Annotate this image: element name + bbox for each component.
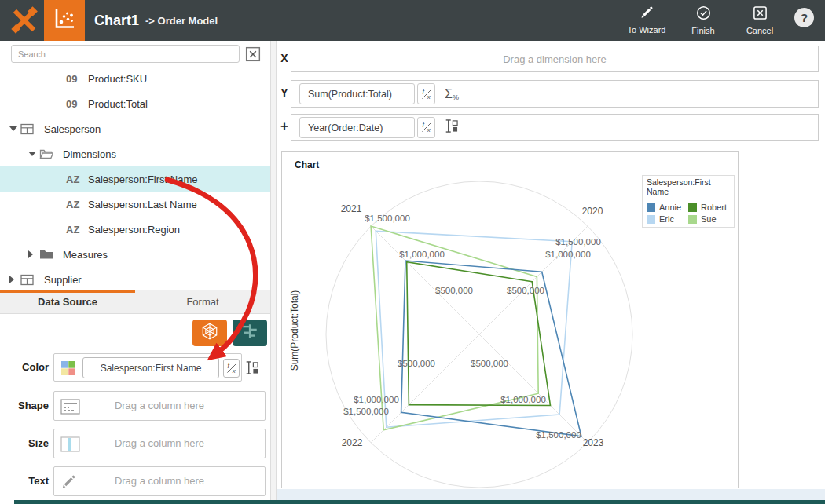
- group-shelf[interactable]: Year(Order:Date) fx: [291, 114, 819, 141]
- svg-text:x: x: [231, 367, 236, 374]
- page-title: Chart1 -> Order Model: [94, 0, 218, 41]
- legend-title: Salesperson:First Name: [643, 176, 734, 199]
- radial-tick-label: $1,000,000: [354, 395, 399, 404]
- caret-right-icon[interactable]: [28, 250, 39, 258]
- to-wizard-button[interactable]: To Wizard: [624, 5, 669, 35]
- tree-item-label: Product:SKU: [88, 73, 147, 85]
- sidebar-tabs: Data Source Format: [0, 290, 270, 314]
- tree-item-product-sku[interactable]: 09Product:SKU: [0, 66, 270, 91]
- color-field-value[interactable]: Salesperson:First Name: [82, 357, 219, 378]
- legend-swatch: [688, 203, 697, 212]
- cancel-button[interactable]: Cancel: [737, 5, 783, 35]
- chart-type-tile-icon[interactable]: [44, 0, 85, 41]
- field-tree: 09Product:SKU09Product:TotalSalespersonD…: [0, 66, 270, 292]
- shape-drop-target[interactable]: Drag a column here: [53, 391, 266, 421]
- legend-label: Eric: [659, 214, 674, 224]
- tree-item-label: Salesperson:First Name: [88, 173, 197, 185]
- chart-editor-main: X Drag a dimension here Y Sum(Product:To…: [277, 41, 825, 504]
- radial-tick-label: $1,500,000: [343, 407, 389, 416]
- chart-preview-panel: 2021202020222023$1,500,000$1,000,000$500…: [281, 151, 739, 488]
- y-shelf[interactable]: Sum(Product:Total) fx Σ%: [291, 80, 819, 108]
- y-field-pill[interactable]: Sum(Product:Total): [299, 83, 415, 104]
- axis-category-label: 2021: [341, 203, 362, 214]
- svg-text:f: f: [422, 121, 425, 129]
- palette-icon: [60, 360, 76, 379]
- radial-tick-label: $500,000: [435, 286, 473, 295]
- group-formula-button[interactable]: fx: [417, 117, 435, 138]
- tree-item-label: Dimensions: [63, 148, 116, 160]
- text-binding-row: TextDrag a column here: [0, 466, 270, 496]
- legend-label: Sue: [701, 214, 717, 224]
- tree-item-salesperson-region[interactable]: AZSalesperson:Region: [0, 217, 270, 242]
- caret-right-icon[interactable]: [9, 276, 20, 283]
- radial-tick-label: $1,500,000: [365, 214, 410, 223]
- group-field-pill[interactable]: Year(Order:Date): [299, 117, 415, 138]
- number-field-icon: 09: [66, 98, 85, 110]
- y-formula-button[interactable]: fx: [417, 83, 435, 104]
- table-icon: [20, 274, 41, 286]
- tree-item-label: Salesperson:Region: [88, 224, 180, 236]
- legend-item-annie[interactable]: Annie: [647, 203, 688, 212]
- text-drop-target[interactable]: Drag a column here: [53, 466, 266, 496]
- y-axis-title: Sum(Product:Total): [289, 290, 300, 371]
- axis-category-label: 2020: [582, 206, 603, 217]
- legend-item-eric[interactable]: Eric: [647, 214, 688, 224]
- chart-legend: Salesperson:First Name AnnieRobertEricSu…: [642, 175, 735, 228]
- finish-button[interactable]: Finish: [680, 5, 726, 35]
- caret-down-icon[interactable]: [9, 126, 20, 131]
- percent-of-total-icon[interactable]: Σ%: [445, 87, 459, 101]
- tree-item-salesperson[interactable]: Salesperson: [0, 116, 270, 141]
- color-drop-target[interactable]: Salesperson:First Namefx: [53, 353, 242, 382]
- color-formula-button[interactable]: fx: [223, 359, 240, 378]
- cancel-label: Cancel: [746, 26, 773, 35]
- radar-web-icon: [200, 322, 219, 344]
- tree-item-label: Measures: [63, 249, 108, 261]
- tree-item-label: Supplier: [44, 274, 82, 286]
- levels-chart-type-button[interactable]: [233, 320, 267, 346]
- model-name: -> Order Model: [145, 15, 218, 27]
- tree-item-dimensions[interactable]: Dimensions: [0, 141, 270, 166]
- radar-chart-type-button[interactable]: [192, 320, 227, 346]
- tab-data-source[interactable]: Data Source: [0, 290, 135, 313]
- plus-shelf-label: +: [278, 119, 291, 134]
- radial-tick-label: $1,500,000: [556, 237, 601, 247]
- y-shelf-label: Y: [278, 86, 291, 99]
- close-box-icon: [753, 5, 768, 24]
- legend-item-sue[interactable]: Sue: [688, 214, 730, 224]
- app-logo-icon: [9, 5, 39, 35]
- legend-swatch: [647, 203, 655, 212]
- tree-item-salesperson-first-name[interactable]: AZSalesperson:First Name: [0, 166, 270, 192]
- tree-item-product-total[interactable]: 09Product:Total: [0, 91, 270, 116]
- app-header: Chart1 -> Order Model To WizardFinishCan…: [0, 0, 825, 41]
- chart-title: Chart: [295, 159, 319, 170]
- radial-tick-label: $500,000: [507, 286, 544, 295]
- x-shelf[interactable]: Drag a dimension here: [291, 46, 819, 72]
- tree-item-salesperson-last-name[interactable]: AZSalesperson:Last Name: [0, 192, 270, 217]
- sort-icon[interactable]: [245, 360, 258, 378]
- legend-label: Robert: [701, 203, 727, 212]
- help-button[interactable]: ?: [794, 8, 814, 27]
- size-drop-target[interactable]: Drag a column here: [53, 429, 266, 458]
- caret-down-icon[interactable]: [28, 152, 39, 156]
- search-input[interactable]: [11, 45, 240, 63]
- svg-text:x: x: [426, 126, 431, 133]
- tab-format[interactable]: Format: [135, 290, 270, 313]
- string-field-icon: AZ: [66, 173, 85, 185]
- data-source-sidebar: 09Product:SKU09Product:TotalSalespersonD…: [0, 41, 270, 504]
- tree-item-supplier[interactable]: Supplier: [0, 267, 270, 292]
- panel-splitter[interactable]: [270, 41, 277, 504]
- sort-icon[interactable]: [445, 119, 458, 137]
- text-label: Text: [0, 466, 49, 496]
- color-label: Color: [0, 353, 49, 382]
- radial-tick-label: $1,500,000: [536, 430, 581, 440]
- shape-placeholder: Drag a column here: [54, 392, 265, 420]
- search-clear-button[interactable]: [245, 46, 261, 62]
- bottom-scroll-strip[interactable]: [277, 489, 825, 500]
- radial-tick-label: $500,000: [398, 359, 435, 368]
- tree-item-label: Salesperson: [44, 123, 101, 135]
- series-annie-polygon[interactable]: [402, 261, 581, 436]
- tree-item-label: Product:Total: [88, 98, 148, 110]
- tree-item-measures[interactable]: Measures: [0, 242, 270, 267]
- axis-category-label: 2023: [583, 437, 604, 448]
- legend-item-robert[interactable]: Robert: [688, 203, 730, 212]
